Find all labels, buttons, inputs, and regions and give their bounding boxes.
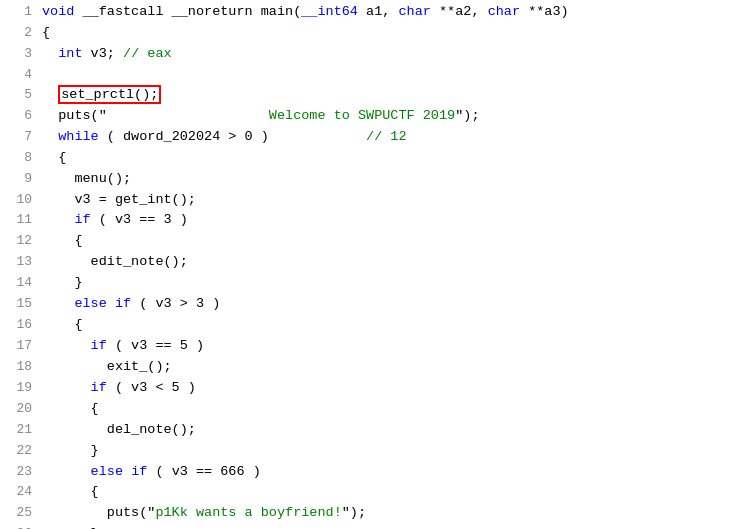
code-line: 21 del_note(); bbox=[0, 420, 750, 441]
line-number: 11 bbox=[4, 210, 32, 230]
line-content: if ( v3 < 5 ) bbox=[42, 378, 746, 399]
code-line: 25 puts("p1Kk wants a boyfriend!"); bbox=[0, 503, 750, 524]
line-content: v3 = get_int(); bbox=[42, 190, 746, 211]
code-line: 6 puts(" Welcome to SWPUCTF 2019"); bbox=[0, 106, 750, 127]
line-number: 10 bbox=[4, 190, 32, 210]
code-line: 14 } bbox=[0, 273, 750, 294]
plain-token: puts(" bbox=[42, 108, 107, 123]
keyword-token: else bbox=[42, 296, 107, 311]
string-token: Welcome to SWPUCTF 2019 bbox=[269, 108, 455, 123]
plain-token: menu(); bbox=[42, 171, 131, 186]
line-number: 7 bbox=[4, 127, 32, 147]
line-number: 20 bbox=[4, 399, 32, 419]
line-number: 12 bbox=[4, 231, 32, 251]
type-token: void bbox=[42, 4, 74, 19]
line-number: 18 bbox=[4, 357, 32, 377]
code-line: 3 int v3; // eax bbox=[0, 44, 750, 65]
keyword-token: if bbox=[115, 296, 131, 311]
code-line: 22 } bbox=[0, 441, 750, 462]
plain-token: puts(" bbox=[42, 505, 155, 520]
line-content: } bbox=[42, 524, 746, 529]
keyword-token: else bbox=[42, 464, 123, 479]
plain-token: **a3) bbox=[520, 4, 569, 19]
code-line: 9 menu(); bbox=[0, 169, 750, 190]
line-number: 5 bbox=[4, 85, 32, 105]
plain-token: v3; bbox=[83, 46, 124, 61]
code-editor: 1void __fastcall __noreturn main(__int64… bbox=[0, 0, 750, 529]
line-content: } bbox=[42, 441, 746, 462]
keyword-token: while bbox=[42, 129, 99, 144]
line-content: exit_(); bbox=[42, 357, 746, 378]
plain-token: ( v3 < 5 ) bbox=[107, 380, 196, 395]
line-content: void __fastcall __noreturn main(__int64 … bbox=[42, 2, 746, 23]
line-number: 22 bbox=[4, 441, 32, 461]
code-line: 13 edit_note(); bbox=[0, 252, 750, 273]
type-token: __int64 bbox=[301, 4, 358, 19]
code-line: 24 { bbox=[0, 482, 750, 503]
plain-token: ( v3 == 666 ) bbox=[147, 464, 260, 479]
plain-token: ( dword_202024 > 0 ) bbox=[99, 129, 366, 144]
line-number: 25 bbox=[4, 503, 32, 523]
plain-token: v3 = get_int(); bbox=[42, 192, 196, 207]
line-content: menu(); bbox=[42, 169, 746, 190]
line-content: if ( v3 == 5 ) bbox=[42, 336, 746, 357]
line-content: { bbox=[42, 482, 746, 503]
line-content: { bbox=[42, 148, 746, 169]
plain-token bbox=[42, 46, 58, 61]
plain-token: { bbox=[42, 150, 66, 165]
plain-token: } bbox=[42, 443, 99, 458]
plain-token: "); bbox=[342, 505, 366, 520]
plain-token: a1, bbox=[358, 4, 399, 19]
line-number: 1 bbox=[4, 2, 32, 22]
comment-token: // 12 bbox=[366, 129, 407, 144]
line-number: 24 bbox=[4, 482, 32, 502]
keyword-token: if bbox=[42, 212, 91, 227]
code-line: 15 else if ( v3 > 3 ) bbox=[0, 294, 750, 315]
line-content: { bbox=[42, 315, 746, 336]
code-line: 10 v3 = get_int(); bbox=[0, 190, 750, 211]
plain-token bbox=[107, 108, 269, 123]
plain-token: edit_note(); bbox=[42, 254, 188, 269]
line-number: 3 bbox=[4, 44, 32, 64]
plain-token: **a2, bbox=[431, 4, 488, 19]
line-content: } bbox=[42, 273, 746, 294]
line-number: 19 bbox=[4, 378, 32, 398]
plain-token: { bbox=[42, 25, 50, 40]
code-line: 12 { bbox=[0, 231, 750, 252]
plain-token: ( v3 == 3 ) bbox=[91, 212, 188, 227]
line-content: while ( dword_202024 > 0 ) // 12 bbox=[42, 127, 746, 148]
plain-token: main( bbox=[261, 4, 302, 19]
keyword-token: if bbox=[131, 464, 147, 479]
line-number: 14 bbox=[4, 273, 32, 293]
type-token: int bbox=[58, 46, 82, 61]
comment-token: // eax bbox=[123, 46, 172, 61]
line-number: 8 bbox=[4, 148, 32, 168]
line-content: set_prctl(); bbox=[42, 85, 746, 106]
code-line: 1void __fastcall __noreturn main(__int64… bbox=[0, 2, 750, 23]
code-line: 16 { bbox=[0, 315, 750, 336]
keyword-token: if bbox=[42, 338, 107, 353]
code-line: 17 if ( v3 == 5 ) bbox=[0, 336, 750, 357]
keyword-token: if bbox=[42, 380, 107, 395]
code-line: 11 if ( v3 == 3 ) bbox=[0, 210, 750, 231]
plain-token: { bbox=[42, 401, 99, 416]
line-content: else if ( v3 > 3 ) bbox=[42, 294, 746, 315]
plain-token: ( v3 == 5 ) bbox=[107, 338, 204, 353]
type-token: char bbox=[399, 4, 431, 19]
code-line: 4 bbox=[0, 65, 750, 85]
line-content: else if ( v3 == 666 ) bbox=[42, 462, 746, 483]
code-line: 26 } bbox=[0, 524, 750, 529]
line-content: edit_note(); bbox=[42, 252, 746, 273]
line-number: 13 bbox=[4, 252, 32, 272]
code-line: 20 { bbox=[0, 399, 750, 420]
line-number: 9 bbox=[4, 169, 32, 189]
line-number: 16 bbox=[4, 315, 32, 335]
plain-token bbox=[123, 464, 131, 479]
plain-token: exit_(); bbox=[42, 359, 172, 374]
code-line: 23 else if ( v3 == 666 ) bbox=[0, 462, 750, 483]
line-number: 4 bbox=[4, 65, 32, 85]
string-token: p1Kk wants a boyfriend! bbox=[155, 505, 341, 520]
plain-token: { bbox=[42, 233, 83, 248]
line-content: int v3; // eax bbox=[42, 44, 746, 65]
line-number: 23 bbox=[4, 462, 32, 482]
